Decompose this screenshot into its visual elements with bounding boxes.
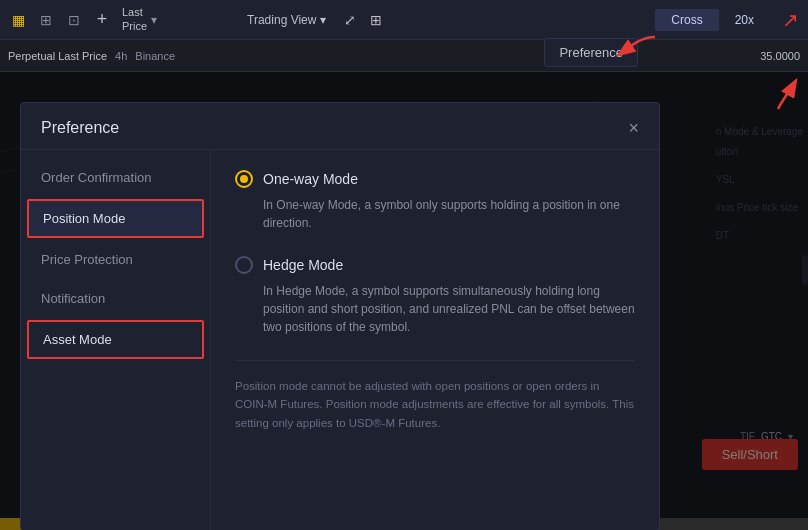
last-price-label: Last Price — [122, 6, 147, 32]
hedge-mode-label[interactable]: Hedge Mode — [235, 256, 635, 274]
settings-icon[interactable]: ↗ — [780, 10, 800, 30]
expand-icon[interactable]: ⤢ — [340, 10, 360, 30]
one-way-mode-radio[interactable] — [235, 170, 253, 188]
candle-icon[interactable]: ⊞ — [36, 10, 56, 30]
timeframe-label: 4h — [115, 50, 127, 62]
exchange-label: Binance — [135, 50, 175, 62]
symbol-label: Perpetual Last Price — [8, 50, 107, 62]
nav-item-position-mode[interactable]: Position Mode — [27, 199, 204, 238]
hedge-mode-desc: In Hedge Mode, a symbol supports simulta… — [235, 282, 635, 336]
trading-view-button[interactable]: Trading View ▾ — [247, 13, 326, 27]
dialog-header: Preference × — [21, 103, 659, 150]
hedge-mode-option[interactable]: Hedge Mode In Hedge Mode, a symbol suppo… — [235, 256, 635, 336]
last-price-chevron: ▾ — [151, 13, 157, 27]
one-way-mode-title: One-way Mode — [263, 171, 358, 187]
cross-button[interactable]: Cross — [655, 9, 718, 31]
top-bar-icons: ▦ ⊞ ⊡ + — [8, 10, 112, 30]
nav-label-asset-mode: Asset Mode — [43, 332, 112, 347]
price-bar: Perpetual Last Price 4h Binance 35.0000 — [0, 40, 808, 72]
nav-item-price-protection[interactable]: Price Protection — [21, 240, 210, 279]
preference-content: One-way Mode In One-way Mode, a symbol o… — [211, 150, 659, 530]
nav-label-price-protection: Price Protection — [41, 252, 133, 267]
layout-icon[interactable]: ⊞ — [366, 10, 386, 30]
grid-icon[interactable]: ▦ — [8, 10, 28, 30]
nav-item-asset-mode[interactable]: Asset Mode — [27, 320, 204, 359]
preference-nav: Order Confirmation Position Mode Price P… — [21, 150, 211, 530]
one-way-mode-desc: In One-way Mode, a symbol only supports … — [235, 196, 635, 232]
hedge-mode-title: Hedge Mode — [263, 257, 343, 273]
one-way-mode-option[interactable]: One-way Mode In One-way Mode, a symbol o… — [235, 170, 635, 232]
top-bar: ▦ ⊞ ⊡ + Last Price ▾ Trading View ▾ ⤢ ⊞ … — [0, 0, 808, 40]
preference-dialog: Preference × Order Confirmation Position… — [20, 102, 660, 530]
preference-tooltip: Preference — [544, 38, 638, 67]
nav-item-order-confirmation[interactable]: Order Confirmation — [21, 158, 210, 197]
main-area: F10 n Mode & Leverageutton YSL inus Pric… — [0, 72, 808, 530]
last-price-button[interactable]: Last Price ▾ — [118, 4, 161, 34]
price-value: 35.0000 — [760, 50, 800, 62]
hedge-mode-radio[interactable] — [235, 256, 253, 274]
position-mode-footer: Position mode cannot be adjusted with op… — [235, 360, 635, 432]
trading-view-chevron: ▾ — [320, 13, 326, 27]
nav-label-notification: Notification — [41, 291, 105, 306]
dialog-body: Order Confirmation Position Mode Price P… — [21, 150, 659, 530]
dialog-title: Preference — [41, 119, 119, 137]
modal-overlay: Preference × Order Confirmation Position… — [0, 72, 808, 530]
preference-tooltip-text: Preference — [559, 45, 623, 60]
nav-label-order-confirmation: Order Confirmation — [41, 170, 152, 185]
trading-view-label: Trading View — [247, 13, 316, 27]
close-button[interactable]: × — [628, 119, 639, 137]
nav-item-notification[interactable]: Notification — [21, 279, 210, 318]
one-way-mode-label[interactable]: One-way Mode — [235, 170, 635, 188]
camera-icon[interactable]: ⊡ — [64, 10, 84, 30]
nav-label-position-mode: Position Mode — [43, 211, 125, 226]
leverage-button[interactable]: 20x — [719, 9, 770, 31]
plus-icon[interactable]: + — [92, 10, 112, 30]
